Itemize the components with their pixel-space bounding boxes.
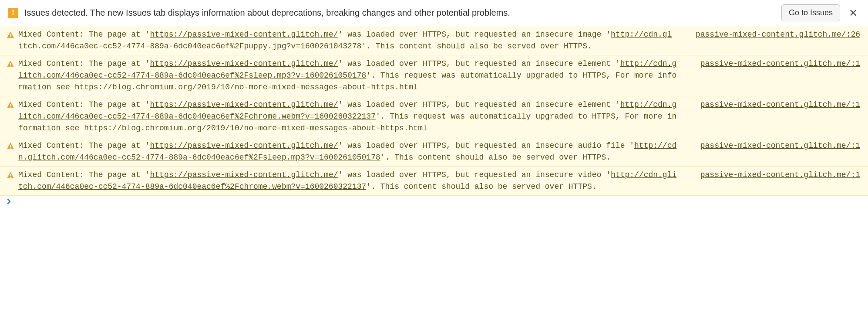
warning-square-icon: ! [8, 8, 18, 18]
console-source-link[interactable]: passive-mixed-content.glitch.me/:1 [700, 169, 860, 181]
warning-triangle-icon [6, 101, 15, 109]
console-link[interactable]: https://passive-mixed-content.glitch.me/ [150, 100, 338, 109]
console-text-fragment: '. This content should also be served ov… [362, 42, 592, 51]
console-text-fragment: Mixed Content: The page at ' [18, 170, 150, 179]
console-text-fragment: ' was loaded over HTTPS, but requested a… [338, 30, 611, 39]
console-text-fragment: ' was loaded over HTTPS, but requested a… [338, 100, 620, 109]
console-link[interactable]: https://passive-mixed-content.glitch.me/ [150, 141, 338, 150]
console-text-fragment: '. This content should also be served ov… [380, 153, 611, 162]
svg-rect-2 [10, 63, 11, 65]
svg-rect-8 [10, 174, 11, 176]
svg-rect-7 [10, 148, 11, 149]
warning-triangle-icon [6, 171, 15, 180]
console-prompt[interactable] [0, 196, 868, 207]
warning-triangle-icon [6, 142, 15, 150]
console-source-link[interactable]: passive-mixed-content.glitch.me/:26 [696, 29, 860, 41]
svg-rect-9 [10, 177, 11, 178]
console-text-fragment: Mixed Content: The page at ' [18, 30, 150, 39]
console-source-link[interactable]: passive-mixed-content.glitch.me/:1 [700, 99, 860, 111]
console-message-text: Mixed Content: The page at 'https://pass… [18, 169, 680, 193]
chevron-right-icon [6, 198, 862, 204]
console-message-text: Mixed Content: The page at 'https://pass… [18, 140, 680, 163]
console-link[interactable]: https://blog.chromium.org/2019/10/no-mor… [84, 124, 427, 133]
console-link[interactable]: https://passive-mixed-content.glitch.me/ [150, 30, 338, 39]
goto-issues-button[interactable]: Go to Issues [781, 4, 840, 21]
console-messages: Mixed Content: The page at 'https://pass… [0, 26, 868, 196]
console-text-fragment: ' was loaded over HTTPS, but requested a… [338, 59, 620, 68]
console-link[interactable]: https://blog.chromium.org/2019/10/no-mor… [75, 83, 418, 92]
console-message-text: Mixed Content: The page at 'https://pass… [18, 99, 680, 134]
console-text-fragment: '. This content should also be served ov… [366, 182, 596, 191]
close-icon[interactable]: ✕ [846, 7, 860, 19]
console-source-link[interactable]: passive-mixed-content.glitch.me/:1 [700, 58, 860, 70]
console-text-fragment: Mixed Content: The page at ' [18, 141, 150, 150]
console-text-fragment: ' was loaded over HTTPS, but requested a… [338, 170, 611, 179]
issues-header: ! Issues detected. The new Issues tab di… [0, 0, 868, 26]
console-warning-row: Mixed Content: The page at 'https://pass… [0, 167, 868, 196]
console-warning-row: Mixed Content: The page at 'https://pass… [0, 26, 868, 55]
console-warning-row: Mixed Content: The page at 'https://pass… [0, 96, 868, 137]
console-text-fragment: ' was loaded over HTTPS, but requested a… [338, 141, 635, 150]
console-warning-row: Mixed Content: The page at 'https://pass… [0, 137, 868, 167]
console-text-fragment: Mixed Content: The page at ' [18, 100, 150, 109]
console-warning-row: Mixed Content: The page at 'https://pass… [0, 55, 868, 96]
svg-rect-5 [10, 107, 11, 108]
console-message-text: Mixed Content: The page at 'https://pass… [18, 29, 675, 52]
warning-triangle-icon [6, 60, 15, 68]
svg-rect-4 [10, 104, 11, 106]
console-message-text: Mixed Content: The page at 'https://pass… [18, 58, 680, 93]
warning-triangle-icon [6, 31, 15, 39]
console-source-link[interactable]: passive-mixed-content.glitch.me/:1 [700, 140, 860, 152]
svg-rect-1 [10, 37, 11, 37]
svg-rect-6 [10, 145, 11, 147]
console-link[interactable]: https://passive-mixed-content.glitch.me/ [150, 170, 338, 179]
console-text-fragment: Mixed Content: The page at ' [18, 59, 150, 68]
svg-rect-0 [10, 34, 11, 36]
issues-header-text: Issues detected. The new Issues tab disp… [24, 8, 775, 18]
console-link[interactable]: https://passive-mixed-content.glitch.me/ [150, 59, 338, 68]
svg-rect-3 [10, 66, 11, 67]
